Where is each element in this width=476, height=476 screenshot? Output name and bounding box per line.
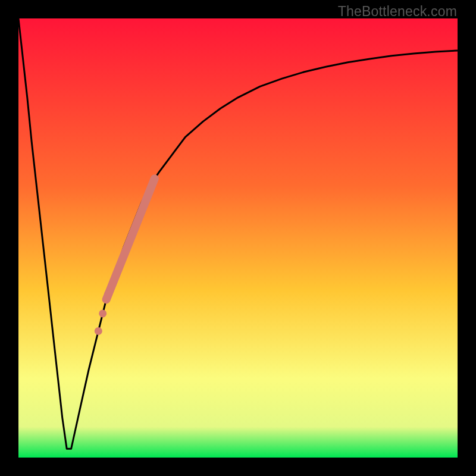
chart-frame: TheBottleneck.com [0, 0, 476, 476]
chart-svg [18, 18, 458, 458]
plot-area [18, 18, 458, 458]
marker-dot [99, 309, 107, 317]
watermark-text: TheBottleneck.com [338, 4, 457, 20]
marker-dot [104, 290, 112, 298]
marker-dot [95, 327, 102, 335]
